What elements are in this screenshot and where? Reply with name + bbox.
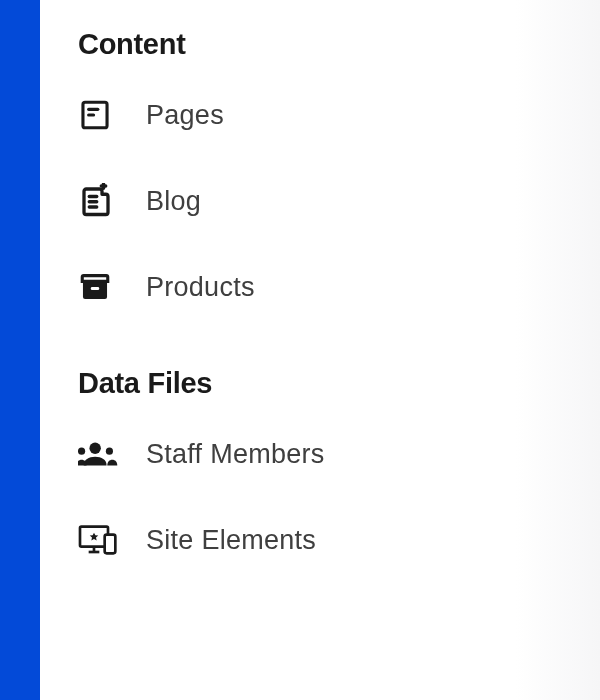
blue-accent-strip: [0, 0, 40, 700]
svg-point-10: [106, 448, 113, 455]
sidebar-item-label: Products: [146, 272, 255, 303]
sidebar-item-label: Staff Members: [146, 439, 325, 470]
products-icon: [78, 269, 118, 305]
sidebar-item-blog[interactable]: Blog: [78, 183, 562, 219]
sidebar: Content Pages Blog: [40, 0, 600, 700]
staff-icon: [78, 436, 118, 472]
sidebar-item-label: Site Elements: [146, 525, 316, 556]
svg-point-11: [78, 448, 85, 455]
page-icon: [78, 97, 118, 133]
section-heading-content: Content: [78, 28, 562, 61]
sidebar-item-label: Pages: [146, 100, 224, 131]
devices-icon: [78, 522, 118, 558]
blog-icon: [78, 183, 118, 219]
sidebar-item-products[interactable]: Products: [78, 269, 562, 305]
section-heading-data-files: Data Files: [78, 367, 562, 400]
sidebar-item-pages[interactable]: Pages: [78, 97, 562, 133]
sidebar-item-site-elements[interactable]: Site Elements: [78, 522, 562, 558]
svg-point-9: [89, 443, 100, 454]
svg-rect-15: [105, 535, 116, 554]
sidebar-item-label: Blog: [146, 186, 201, 217]
svg-rect-8: [91, 287, 100, 290]
sidebar-item-staff-members[interactable]: Staff Members: [78, 436, 562, 472]
